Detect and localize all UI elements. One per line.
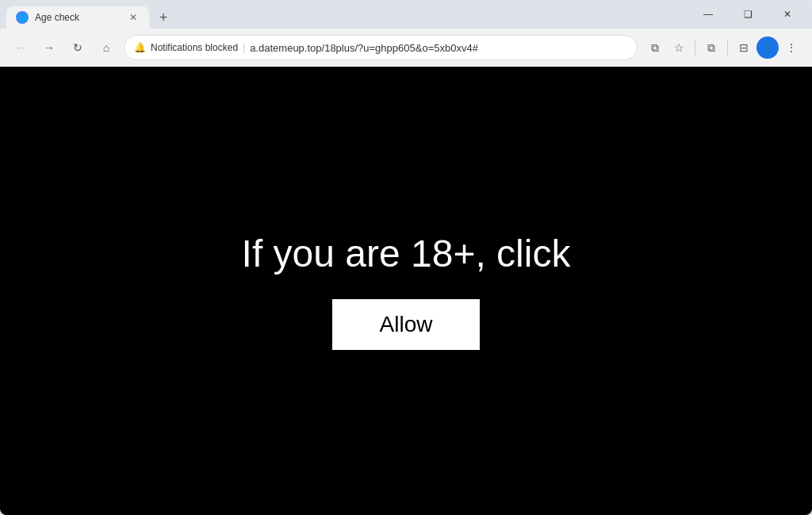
sidebar-button[interactable]: ⊟	[733, 37, 755, 59]
toolbar-right-icons: ⧉ ☆ ⧉ ⊟ 👤 ⋮	[644, 37, 802, 59]
share-button[interactable]: ⧉	[644, 37, 666, 59]
window-controls: — ❑ ✕	[690, 0, 806, 29]
maximize-button[interactable]: ❑	[730, 0, 766, 29]
new-tab-button[interactable]: +	[152, 6, 174, 29]
browser-window: 🌐 Age check ✕ + — ❑ ✕ ← → ↻ ⌂ 🔔 Notifica…	[0, 0, 812, 515]
profile-button[interactable]: 👤	[756, 37, 779, 59]
tab-title: Age check	[35, 12, 121, 23]
reload-button[interactable]: ↻	[67, 37, 89, 59]
minimize-button[interactable]: —	[690, 0, 726, 29]
tab-favicon: 🌐	[16, 11, 29, 24]
toolbar-divider-2	[727, 40, 728, 56]
bookmark-button[interactable]: ☆	[668, 37, 690, 59]
web-content: If you are 18+, click Allow	[0, 67, 812, 515]
close-button[interactable]: ✕	[769, 0, 806, 29]
forward-button[interactable]: →	[38, 37, 60, 59]
menu-button[interactable]: ⋮	[780, 37, 802, 59]
browser-toolbar: ← → ↻ ⌂ 🔔 Notifications blocked | a.date…	[0, 29, 812, 67]
back-button[interactable]: ←	[10, 37, 32, 59]
age-check-heading: If you are 18+, click	[242, 232, 571, 275]
home-button[interactable]: ⌂	[95, 37, 117, 59]
toolbar-divider	[695, 40, 695, 56]
tab-close-button[interactable]: ✕	[127, 11, 140, 24]
notifications-blocked-label: Notifications blocked	[151, 42, 238, 53]
address-bar[interactable]: 🔔 Notifications blocked | a.datemeup.top…	[124, 35, 638, 60]
active-tab[interactable]: 🌐 Age check ✕	[6, 6, 149, 29]
extensions-button[interactable]: ⧉	[700, 37, 722, 59]
tab-bar: 🌐 Age check ✕ +	[6, 0, 684, 29]
titlebar: 🌐 Age check ✕ + — ❑ ✕	[0, 0, 812, 29]
url-separator: |	[243, 42, 245, 53]
allow-button[interactable]: Allow	[332, 299, 481, 350]
lock-icon: 🔔	[134, 42, 146, 53]
url-display: a.datemeup.top/18plus/?u=ghpp605&o=5xb0x…	[250, 42, 627, 54]
